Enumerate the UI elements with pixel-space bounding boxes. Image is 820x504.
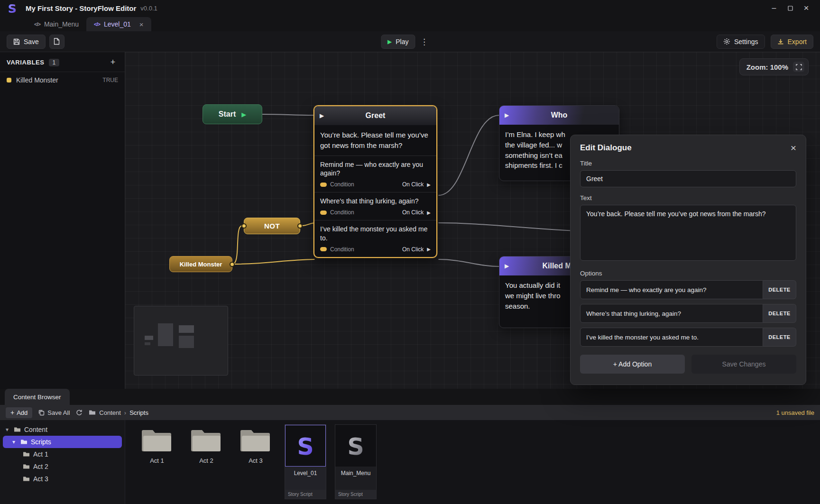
- maximize-button[interactable]: [782, 1, 798, 15]
- tab-bar: </> Main_Menu </> Level_01 ×: [0, 16, 820, 31]
- play-icon: ▶: [505, 112, 509, 119]
- tab-main-menu[interactable]: </> Main_Menu: [27, 17, 86, 31]
- export-button[interactable]: Export: [771, 35, 813, 49]
- breadcrumb-content[interactable]: Content: [99, 409, 121, 416]
- tab-label: Main_Menu: [44, 20, 79, 28]
- file-thumbnail: S: [285, 425, 326, 467]
- tree-item-act2[interactable]: Act 2: [3, 460, 122, 473]
- add-option-button[interactable]: + Add Option: [580, 355, 685, 374]
- content-browser: Content Browser + Add Save All Content ›…: [0, 389, 820, 504]
- option-row: DELETE: [580, 280, 796, 299]
- settings-label: Settings: [734, 38, 758, 46]
- text-input[interactable]: You’re back. Please tell me you’ve got n…: [580, 205, 796, 261]
- save-changes-button[interactable]: Save Changes: [691, 355, 796, 374]
- main-toolbar: Save ▶ Play ⋮ Settings: [0, 31, 820, 52]
- dialogue-text: You’re back. Please tell me you’ve got n…: [314, 125, 436, 156]
- node-header[interactable]: ▶ Greet: [314, 106, 436, 125]
- node-title: Start: [219, 110, 236, 119]
- variable-row[interactable]: Killed Monster TRUE: [0, 72, 125, 88]
- save-all-button[interactable]: Save All: [38, 409, 70, 416]
- text-field-label: Text: [580, 194, 796, 202]
- node-killed-monster-variable[interactable]: Killed Monster: [169, 256, 232, 272]
- tree-item-act1[interactable]: Act 1: [3, 448, 122, 460]
- breadcrumb-scripts[interactable]: Scripts: [129, 409, 148, 416]
- plus-icon: +: [10, 409, 14, 416]
- titlebar: S My First Story - StoryFlow Editor v0.0…: [0, 0, 820, 16]
- close-button[interactable]: ×: [798, 1, 814, 15]
- minimap-node: [145, 336, 153, 340]
- settings-button[interactable]: Settings: [717, 35, 765, 49]
- output-pin-icon[interactable]: ▶: [427, 210, 431, 215]
- output-pin-icon[interactable]: [230, 262, 235, 267]
- save-all-icon: [38, 410, 45, 416]
- output-pin-icon[interactable]: ▶: [427, 247, 431, 252]
- play-button[interactable]: ▶ Play: [381, 35, 415, 49]
- variables-panel: VARIABLES 1 + Killed Monster TRUE: [0, 52, 125, 389]
- save-button[interactable]: Save: [7, 35, 46, 49]
- tab-level-01[interactable]: </> Level_01 ×: [86, 17, 151, 31]
- chevron-down-icon[interactable]: ▾: [6, 426, 10, 433]
- refresh-button[interactable]: [76, 409, 83, 416]
- file-tile-main-menu[interactable]: S Main_Menu Story Script: [335, 424, 377, 499]
- option-input[interactable]: [580, 280, 763, 299]
- zoom-fit-button[interactable]: [793, 62, 804, 72]
- title-field-label: Title: [580, 160, 796, 167]
- file-tile-level01[interactable]: S Level_01 Story Script: [285, 424, 326, 499]
- svg-text:S: S: [8, 1, 17, 15]
- folder-tree: ▾ Content ▾ Scripts Act 1 Act 2 Act 3: [0, 420, 125, 504]
- add-variable-button[interactable]: +: [108, 57, 118, 67]
- delete-option-button[interactable]: DELETE: [763, 328, 796, 347]
- kebab-menu-icon[interactable]: ⋮: [419, 35, 429, 49]
- dialogue-option[interactable]: Where’s that thing lurking, again? Condi…: [314, 192, 436, 220]
- node-title: Who: [551, 111, 568, 119]
- variable-name: Killed Monster: [16, 76, 98, 84]
- window-title: My First Story - StoryFlow Editor: [26, 4, 136, 12]
- node-start[interactable]: Start ▶: [203, 104, 262, 124]
- dialogue-option[interactable]: I’ve killed the monster you asked me to.…: [314, 220, 436, 257]
- content-browser-tab[interactable]: Content Browser: [5, 389, 70, 405]
- tree-item-act3[interactable]: Act 3: [3, 473, 122, 485]
- add-asset-button[interactable]: + Add: [6, 407, 32, 418]
- minimap-node: [179, 325, 194, 333]
- fit-view-icon: [796, 64, 802, 70]
- unsaved-files-status: 1 unsaved file: [776, 409, 814, 416]
- app-logo-icon: S: [6, 1, 19, 15]
- play-label: Play: [396, 38, 408, 46]
- dialogue-option[interactable]: Remind me — who exactly are you again? C…: [314, 156, 436, 193]
- chevron-down-icon[interactable]: ▾: [12, 439, 17, 445]
- close-icon[interactable]: ×: [791, 143, 796, 153]
- node-title: Greet: [366, 111, 386, 120]
- story-script-logo-icon: S: [293, 433, 318, 458]
- condition-pin-icon[interactable]: [320, 211, 327, 215]
- minimize-button[interactable]: –: [766, 1, 782, 15]
- output-pin-icon[interactable]: ▶: [427, 182, 431, 187]
- node-header[interactable]: ▶ Who: [499, 106, 619, 125]
- folder-tile-act1[interactable]: Act 1: [137, 424, 177, 464]
- output-pin-icon[interactable]: ▶: [241, 111, 246, 118]
- breadcrumb-separator: ›: [124, 409, 126, 416]
- option-input[interactable]: [580, 328, 763, 347]
- delete-option-button[interactable]: DELETE: [763, 304, 796, 323]
- condition-pin-icon[interactable]: [320, 247, 327, 251]
- tree-item-scripts[interactable]: ▾ Scripts: [3, 436, 122, 448]
- title-input[interactable]: [580, 170, 796, 187]
- folder-tile-act2[interactable]: Act 2: [186, 424, 227, 464]
- tree-item-content[interactable]: ▾ Content: [3, 423, 122, 436]
- minimap-node: [158, 323, 173, 346]
- export-label: Export: [788, 38, 807, 46]
- node-greet[interactable]: ▶ Greet You’re back. Please tell me you’…: [313, 105, 437, 258]
- file-type-caption: Story Script: [335, 490, 376, 499]
- condition-pin-icon[interactable]: [320, 183, 327, 187]
- folder-tile-act3[interactable]: Act 3: [235, 424, 276, 464]
- node-not-gate[interactable]: NOT: [244, 218, 300, 234]
- delete-option-button[interactable]: DELETE: [763, 280, 796, 299]
- option-input[interactable]: [580, 304, 763, 323]
- file-grid: Act 1 Act 2 Act 3 S: [125, 420, 820, 504]
- output-pin-icon[interactable]: [297, 223, 303, 229]
- download-icon: [777, 38, 784, 45]
- minimap[interactable]: [134, 306, 228, 376]
- edit-dialogue-panel: Edit Dialogue × Title Text You’re back. …: [570, 135, 806, 385]
- input-pin-icon[interactable]: [241, 223, 247, 229]
- tab-close-icon[interactable]: ×: [139, 20, 144, 28]
- new-script-button[interactable]: [49, 35, 64, 49]
